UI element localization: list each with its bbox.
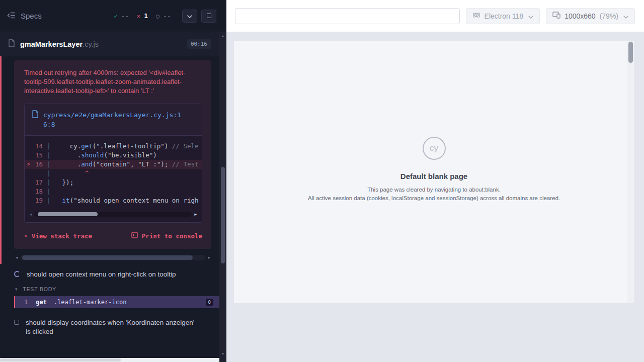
stop-icon [207,14,211,18]
test-title: should display coordinates when 'Koordin… [26,318,199,336]
viewport-button[interactable]: 1000x660 (79%) [546,8,635,24]
url-input[interactable] [235,8,460,24]
browser-select[interactable]: Electron 118 [466,8,540,24]
scroll-right-icon[interactable]: ▸ [194,212,197,217]
chevron-right-icon: > [24,233,28,239]
collapse-button[interactable] [182,10,197,23]
scroll-down-icon[interactable]: ▾ [222,352,224,356]
code-line: 17| }); [25,178,202,187]
aut-vscrollbar[interactable] [627,41,634,303]
code-line: >16| .and("contain", "LT :"); // Test [25,160,202,169]
command-badge: 0 [206,299,213,306]
spec-file-name: gmaMarkersLayer.cy.js [20,40,99,48]
reporter-content: Timed out retrying after 4000ms: expecte… [0,56,219,341]
spec-duration-badge: 00:16 [187,39,211,49]
code-hscroll-thumb[interactable] [38,212,98,216]
chevron-down-icon [187,12,192,20]
code-frame-header: cypress/e2e/gmaMarkersLayer.cy.js:16:8 [25,104,202,136]
print-to-console-button[interactable]: Print to console [131,232,202,240]
code-line: 14| cy.get(".leaflet-tooltip") // Sele [25,142,202,151]
error-message: Timed out retrying after 4000ms: expecte… [24,68,191,96]
aut-blank-page: cy Default blank page This page was clea… [234,41,634,303]
code-frame: cypress/e2e/gmaMarkersLayer.cy.js:16:8 1… [24,104,202,223]
circle-icon: ○ [156,13,159,20]
runner-toolbar: Electron 118 1000x660 (79%) [226,0,644,32]
chevron-down-icon [623,12,628,20]
code-frame-body: 14| cy.get(".leaflet-tooltip") // Sele15… [25,136,202,207]
failed-test-block: Timed out retrying after 4000ms: expecte… [0,56,219,264]
test-item-running[interactable]: should open context menu on right-click … [0,264,219,284]
cypress-app: Specs ✓-- ✕1 ○-- [0,0,644,362]
reporter-actions [182,10,216,23]
test-stats: ✓-- ✕1 ○-- [114,12,171,20]
blank-page-line2: All active session data (cookies, localS… [308,195,560,201]
scroll-left-icon[interactable]: ◂ [30,212,32,217]
viewport-icon [552,12,560,20]
command-message: .leaflet-marker-icon [54,299,206,306]
specs-bar: Specs ✓-- ✕1 ○-- [0,0,226,32]
blank-page-title: Default blank page [308,172,560,180]
passed-stat: ✓-- [114,12,129,20]
test-item-pending[interactable]: should display coordinates when 'Koordin… [0,312,219,341]
view-stack-trace-button[interactable]: > View stack trace [24,232,92,240]
specs-toggle[interactable]: Specs [7,11,42,21]
error-actions: > View stack trace Print to console [24,232,202,240]
scroll-right-icon[interactable]: ▸ [208,255,210,260]
code-hscrollbar[interactable]: ◂ ▸ [30,211,197,217]
code-line: 18| [25,187,202,196]
specs-list-icon [7,11,16,21]
viewport-scale: (79%) [600,12,618,20]
browser-label: Electron 118 [485,12,524,20]
aut-vscroll-thumb[interactable] [628,42,633,63]
chevron-down-icon [528,12,533,20]
reporter-hscrollbar[interactable]: ◂ ▸ [16,254,210,261]
test-body-toggle[interactable]: ▾ TEST BODY [0,284,219,296]
blank-page-content: cy Default blank page This page was clea… [308,137,560,204]
reporter-hscroll-thumb[interactable] [22,255,193,260]
command-number: 1 [24,299,28,306]
reporter-bottom-hscrollbar[interactable] [0,358,219,362]
console-icon [131,232,138,240]
test-body-label: TEST BODY [23,286,56,292]
runner-pane: Electron 118 1000x660 (79%) [226,0,644,362]
failed-stat: ✕1 [137,12,148,20]
code-hscroll-track[interactable] [35,212,192,217]
specs-label: Specs [21,12,42,20]
test-title: should open context menu on right-click … [27,270,176,279]
x-icon: ✕ [137,13,140,20]
code-frame-file-link[interactable]: cypress/e2e/gmaMarkersLayer.cy.js:16:8 [43,110,183,129]
reporter-hscroll-track[interactable] [21,255,206,260]
error-panel: Timed out retrying after 4000ms: expecte… [14,60,211,249]
pending-square-icon [14,320,19,325]
check-icon: ✓ [114,13,117,20]
chevron-down-icon: ▾ [15,287,18,292]
bottom-hscroll-thumb[interactable] [0,358,121,361]
aut-area: cy Default blank page This page was clea… [226,32,644,362]
file-icon [8,39,15,49]
running-spinner-icon [14,271,20,277]
blank-page-line1: This page was cleared by navigating to a… [308,187,560,193]
scroll-left-icon[interactable]: ◂ [16,255,18,260]
scroll-up-icon[interactable]: ▴ [222,34,224,38]
code-line: 19| it("should open context menu on righ [25,196,202,205]
reporter-vscroll-thumb[interactable] [221,167,225,263]
pending-stat: ○-- [156,12,171,20]
code-line: | ^ [25,169,202,178]
viewport-size: 1000x660 [565,12,596,20]
scrollbar-corner [219,358,226,362]
spec-header: gmaMarkersLayer.cy.js 00:16 [0,32,219,56]
code-line: 15| .should("be.visible") [25,151,202,160]
command-row[interactable]: 1 get .leaflet-marker-icon 0 [14,296,219,308]
reporter-sidebar: Specs ✓-- ✕1 ○-- [0,0,226,362]
stop-button[interactable] [201,10,216,23]
cypress-logo: cy [423,137,446,160]
command-method: get [36,299,47,306]
file-icon-blue [32,110,39,120]
electron-icon [472,11,480,21]
reporter-vscrollbar[interactable]: ▴ ▾ [219,32,226,358]
